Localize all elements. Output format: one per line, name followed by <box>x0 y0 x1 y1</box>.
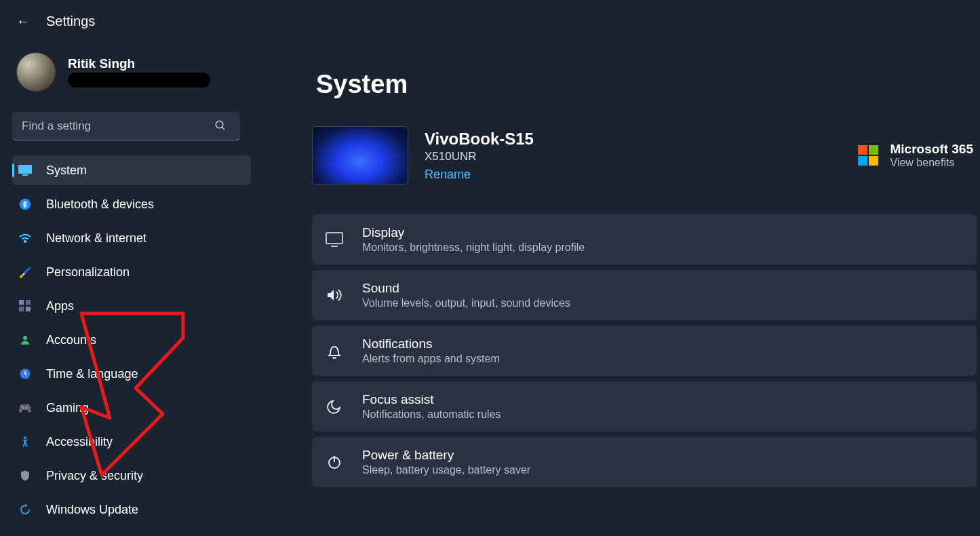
power-icon <box>326 454 343 470</box>
settings-card-notifications[interactable]: Notifications Alerts from apps and syste… <box>312 326 977 376</box>
sidebar-item-bluetooth[interactable]: Bluetooth & devices <box>12 189 251 219</box>
display-icon <box>326 232 343 247</box>
sidebar-item-apps[interactable]: Apps <box>12 291 251 321</box>
sidebar-item-label: Network & internet <box>46 231 146 246</box>
sidebar-item-label: Personalization <box>46 265 130 280</box>
ms365-subtitle: View benefits <box>890 157 973 169</box>
sidebar-item-label: Windows Update <box>46 503 138 517</box>
microsoft-365-tile[interactable]: Microsoft 365 View benefits <box>858 142 973 169</box>
update-icon <box>18 503 33 516</box>
page-title: System <box>316 70 980 99</box>
device-model: X510UNR <box>425 150 534 164</box>
card-subtitle: Sleep, battery usage, battery saver <box>362 464 530 476</box>
svg-rect-7 <box>26 300 31 305</box>
card-title: Notifications <box>362 337 500 351</box>
bluetooth-icon <box>18 198 33 210</box>
card-title: Display <box>362 225 585 240</box>
device-thumbnail <box>312 126 408 185</box>
svg-point-12 <box>24 436 26 439</box>
display-icon <box>18 165 33 176</box>
settings-card-sound[interactable]: Sound Volume levels, output, input, soun… <box>312 270 977 320</box>
svg-rect-3 <box>22 174 28 176</box>
sound-icon <box>326 288 343 303</box>
card-title: Focus assist <box>362 392 501 407</box>
clock-icon <box>18 368 33 380</box>
sidebar-item-privacy[interactable]: Privacy & security <box>12 461 251 491</box>
sidebar-item-label: Time & language <box>46 367 138 381</box>
svg-rect-13 <box>326 233 342 244</box>
sidebar-item-label: System <box>46 164 87 178</box>
microsoft-logo-icon <box>858 145 878 166</box>
sidebar-item-label: Accounts <box>46 333 96 347</box>
svg-rect-8 <box>19 307 24 311</box>
moon-icon <box>326 398 343 415</box>
device-name: VivoBook-S15 <box>425 130 534 149</box>
svg-rect-2 <box>18 165 32 174</box>
settings-card-power-battery[interactable]: Power & battery Sleep, battery usage, ba… <box>312 437 977 487</box>
back-button[interactable]: ← <box>16 14 30 29</box>
rename-link[interactable]: Rename <box>425 168 534 182</box>
sidebar-item-accounts[interactable]: Accounts <box>12 325 251 355</box>
card-subtitle: Monitors, brightness, night light, displ… <box>362 242 585 254</box>
card-title: Power & battery <box>362 448 530 463</box>
svg-rect-9 <box>26 307 31 311</box>
sidebar-item-network[interactable]: Network & internet <box>12 223 251 253</box>
user-block[interactable]: Ritik Singh <box>12 50 246 105</box>
sidebar-item-label: Privacy & security <box>46 469 143 483</box>
search-input[interactable] <box>12 112 240 140</box>
card-title: Sound <box>362 281 570 296</box>
sidebar: Ritik Singh System Bluetooth & devices N… <box>0 43 258 536</box>
svg-point-5 <box>24 241 26 243</box>
sidebar-item-windows-update[interactable]: Windows Update <box>12 495 251 524</box>
sidebar-item-personalization[interactable]: 🖌️ Personalization <box>12 257 251 287</box>
sidebar-item-accessibility[interactable]: Accessibility <box>12 427 251 457</box>
sidebar-item-gaming[interactable]: 🎮 Gaming <box>12 393 251 423</box>
bell-icon <box>326 343 343 359</box>
gamepad-icon: 🎮 <box>18 402 33 415</box>
svg-rect-6 <box>19 300 24 305</box>
svg-point-10 <box>23 336 27 340</box>
sidebar-item-label: Accessibility <box>46 435 113 449</box>
sidebar-item-label: Bluetooth & devices <box>46 197 154 212</box>
avatar <box>16 52 56 92</box>
person-icon <box>18 334 33 346</box>
user-name: Ritik Singh <box>68 56 210 71</box>
sidebar-item-label: Gaming <box>46 401 89 415</box>
user-email-redacted <box>68 73 210 88</box>
sidebar-item-system[interactable]: System <box>12 155 251 185</box>
settings-card-focus-assist[interactable]: Focus assist Notifications, automatic ru… <box>312 381 977 432</box>
sidebar-item-time-language[interactable]: Time & language <box>12 359 251 389</box>
app-title: Settings <box>46 14 95 29</box>
ms365-title: Microsoft 365 <box>890 142 973 157</box>
wifi-icon <box>18 233 33 244</box>
card-subtitle: Volume levels, output, input, sound devi… <box>362 297 570 309</box>
card-subtitle: Notifications, automatic rules <box>362 408 501 421</box>
settings-card-display[interactable]: Display Monitors, brightness, night ligh… <box>312 214 977 265</box>
shield-icon <box>18 470 33 482</box>
apps-icon <box>18 300 33 312</box>
brush-icon: 🖌️ <box>18 266 33 279</box>
sidebar-item-label: Apps <box>46 299 74 313</box>
accessibility-icon <box>18 436 33 448</box>
main-content: System VivoBook-S15 X510UNR Rename Micro… <box>258 43 980 536</box>
card-subtitle: Alerts from apps and system <box>362 353 500 365</box>
